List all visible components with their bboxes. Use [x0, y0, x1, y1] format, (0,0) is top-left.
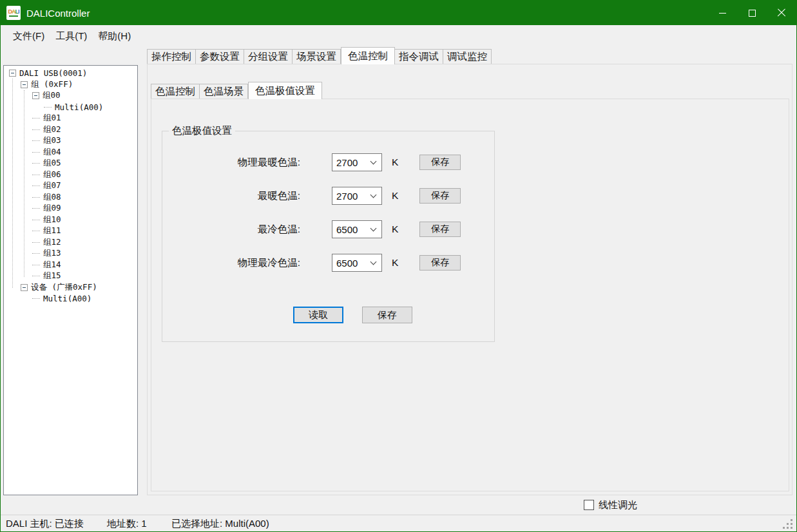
tree-connector [32, 129, 40, 130]
tree-expander-icon[interactable] [21, 81, 28, 88]
physical-coolest-cct-label: 物理最冷色温: [162, 256, 300, 270]
main-tab-strip: 操作控制参数设置分组设置场景设置色温控制指令调试调试监控 [147, 46, 492, 64]
tree-expander-icon[interactable] [32, 92, 39, 99]
combo-value: 2700 [332, 157, 371, 168]
tree-connector [32, 265, 40, 265]
unit-label: K [392, 223, 398, 235]
save-button[interactable]: 保存 [362, 307, 412, 323]
menu-bar: 文件(F)工具(T)帮助(H) [1, 25, 796, 47]
sub-tab-cct-control[interactable]: 色温控制 [151, 84, 200, 99]
tree-connector [32, 220, 40, 220]
cct-extreme-groupbox: 色温极值设置 物理最暖色温:2700K保存最暖色温:2700K保存最冷色温:65… [162, 131, 495, 342]
physical-warmest-cct-save-button[interactable]: 保存 [419, 155, 461, 170]
main-tab-operation-control[interactable]: 操作控制 [147, 49, 196, 64]
minus-glyph [11, 73, 14, 73]
tree-connector [32, 118, 40, 119]
minus-glyph [23, 84, 26, 85]
tree-item-label: 组09 [43, 203, 62, 214]
tree-connector [32, 276, 40, 276]
address-count: 地址数: 1 [107, 515, 147, 532]
form-row: 最冷色温:6500K保存 [162, 220, 494, 238]
tree-connector [32, 242, 40, 243]
warmest-cct-save-button[interactable]: 保存 [419, 188, 461, 204]
app-window: DALI DALIController 文件(F)工具(T)帮助(H) DALI… [0, 0, 797, 532]
tree-item-label: 组15 [43, 271, 62, 281]
form-row: 物理最冷色温:6500K保存 [162, 254, 494, 272]
tree-item-label: 组13 [43, 248, 62, 259]
tree-item[interactable]: DALI USB(0001) [4, 68, 137, 79]
tree-item[interactable]: Multi(A00) [4, 293, 137, 305]
chevron-down-icon [370, 259, 377, 265]
physical-coolest-cct-select[interactable]: 6500 [332, 254, 382, 272]
tree-expander-icon[interactable] [21, 284, 28, 291]
tree-item-label: 组10 [43, 214, 62, 225]
main-tab-debug-monitor[interactable]: 调试监控 [443, 49, 492, 64]
main-tab-group-settings[interactable]: 分组设置 [244, 49, 293, 64]
groupbox-title: 色温极值设置 [169, 124, 235, 138]
main-tab-cct-control[interactable]: 色温控制 [341, 47, 395, 64]
chevron-down-icon [370, 158, 377, 165]
tree-item-label: Multi(A00) [43, 294, 92, 303]
tree-item-label: Multi(A00) [54, 102, 104, 112]
tree-expander-icon[interactable] [9, 70, 16, 77]
warmest-cct-select[interactable]: 2700 [332, 187, 382, 205]
main-tab-command-debug[interactable]: 指令调试 [395, 49, 443, 64]
maximize-icon [749, 10, 756, 17]
tree-item-label: 组04 [43, 147, 62, 158]
menu-item-help[interactable]: 帮助(H) [95, 28, 134, 44]
window-controls [707, 1, 796, 25]
tree-connector [32, 175, 40, 175]
resize-grip[interactable] [791, 527, 792, 529]
sub-tab-cct-scene[interactable]: 色温场景 [200, 84, 248, 99]
tree-item-label: 组02 [43, 124, 62, 135]
maximize-button[interactable] [737, 1, 767, 25]
tree-connector [32, 163, 40, 164]
minimize-button[interactable] [707, 1, 737, 25]
window-title: DALIController [26, 8, 90, 19]
menu-item-tools[interactable]: 工具(T) [52, 28, 90, 44]
tree-connector [32, 152, 40, 153]
physical-coolest-cct-save-button[interactable]: 保存 [419, 255, 461, 271]
physical-warmest-cct-select[interactable]: 2700 [332, 153, 382, 171]
unit-label: K [392, 257, 398, 269]
cct-form-rows: 物理最暖色温:2700K保存最暖色温:2700K保存最冷色温:6500K保存物理… [162, 131, 494, 272]
main-tab-scene-settings[interactable]: 场景设置 [293, 49, 341, 64]
chevron-down-icon [370, 192, 377, 198]
coolest-cct-label: 最冷色温: [162, 223, 300, 236]
app-logo-text: DALI [8, 9, 19, 15]
tree-connector [32, 298, 40, 299]
main-tab-param-settings[interactable]: 参数设置 [196, 49, 244, 64]
title-bar: DALI DALIController [1, 1, 796, 25]
tree-item-label: 组08 [43, 192, 62, 203]
tree-item[interactable]: 设备 (广播0xFF) [4, 282, 137, 294]
warmest-cct-label: 最暖色温: [162, 189, 300, 203]
tree-item-label: 组03 [43, 135, 62, 146]
linear-dimming-checkbox[interactable] [584, 500, 594, 510]
form-row: 最暖色温:2700K保存 [162, 187, 494, 205]
coolest-cct-select[interactable]: 6500 [332, 220, 382, 238]
tree-guide-line [24, 90, 24, 277]
tree-item-label: 组00 [42, 90, 61, 101]
sub-tab-cct-extreme-settings[interactable]: 色温极值设置 [248, 82, 322, 99]
tree-item-label: 组01 [43, 113, 62, 124]
menu-item-file[interactable]: 文件(F) [10, 28, 48, 44]
tree-item-label: 组11 [43, 225, 62, 236]
tree-connector [32, 197, 40, 198]
tree-item-label: DALI USB(0001) [19, 68, 88, 78]
read-button[interactable]: 读取 [293, 307, 343, 323]
tree-connector [32, 231, 40, 231]
tree-connector [32, 208, 40, 209]
chevron-down-icon [370, 225, 377, 232]
app-logo-icon: DALI [6, 6, 21, 20]
linear-dimming-label: 线性调光 [599, 499, 637, 511]
combo-value: 2700 [332, 191, 371, 202]
form-row: 物理最暖色温:2700K保存 [162, 153, 494, 171]
coolest-cct-save-button[interactable]: 保存 [419, 222, 461, 237]
logo-letter: I [18, 8, 19, 15]
status-bar: DALI 主机: 已连接 地址数: 1 已选择地址: Multi(A00) [1, 515, 796, 532]
selected-address: 已选择地址: Multi(A00) [171, 515, 269, 532]
sub-tab-strip: 色温控制色温场景色温极值设置 [151, 81, 322, 99]
tree-item-label: 组 (0xFF) [30, 79, 73, 90]
tree-item[interactable]: 组 (0xFF) [4, 79, 137, 91]
close-button[interactable] [767, 1, 796, 25]
